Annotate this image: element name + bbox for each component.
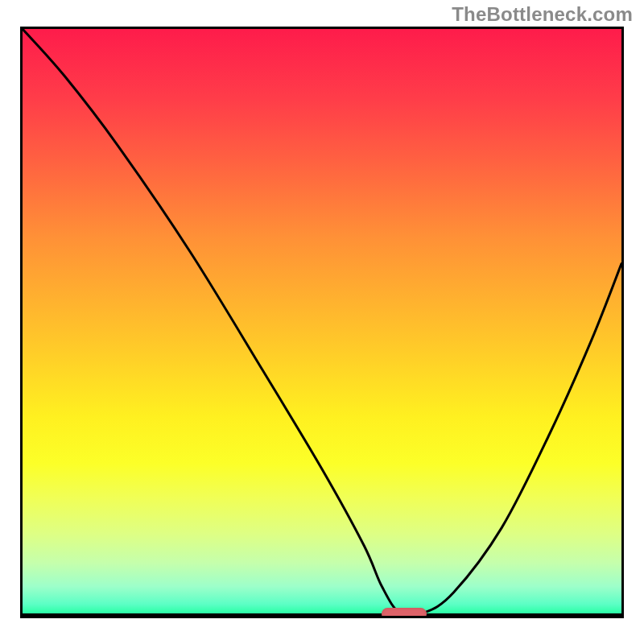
chart-curve-svg	[23, 29, 621, 616]
chart-plot-area	[20, 27, 624, 618]
optimal-marker	[382, 608, 427, 618]
x-axis-line	[23, 613, 621, 616]
watermark-text: TheBottleneck.com	[452, 3, 633, 26]
bottleneck-curve-path	[23, 29, 621, 616]
